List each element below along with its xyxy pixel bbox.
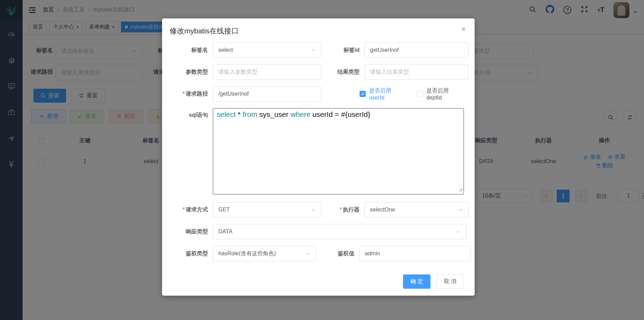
field-sql-label: sql语句 xyxy=(170,108,213,119)
auth-value-input[interactable]: admin xyxy=(359,246,471,261)
chevron-down-icon xyxy=(458,207,463,212)
param-type-input[interactable]: 请输入参数类型 xyxy=(213,64,321,80)
response-type-select[interactable]: DATA xyxy=(213,224,466,239)
executor-select[interactable]: selectOne xyxy=(364,202,469,217)
chevron-down-icon xyxy=(311,207,316,212)
field-request-path-label: *请求路径 xyxy=(170,90,213,98)
field-auth-value-label: 鉴权值 xyxy=(316,250,359,257)
result-type-input[interactable]: 请输入结果类型 xyxy=(364,64,469,80)
enable-userid-checkbox[interactable]: 是否启用userId xyxy=(360,87,406,101)
field-param-type-label: 参数类型 xyxy=(170,69,213,76)
edit-dialog: 修改mybatis在线接口 × 标签名 select 标签id getUserI… xyxy=(162,18,475,296)
resize-handle[interactable] xyxy=(459,185,463,193)
request-path-input[interactable]: /getUserInof xyxy=(213,86,321,102)
field-tag-id-label: 标签id xyxy=(321,47,364,54)
field-executor-label: *执行器 xyxy=(321,206,364,214)
auth-type-select[interactable]: hasRole(含有这些角色) xyxy=(213,246,316,261)
chevron-down-icon xyxy=(456,229,461,234)
dialog-title: 修改mybatis在线接口 xyxy=(170,26,464,36)
request-method-select[interactable]: GET xyxy=(213,202,321,217)
checkbox-unchecked-icon xyxy=(417,91,423,97)
field-request-method-label: *请求方式 xyxy=(170,206,213,214)
enable-deptid-checkbox[interactable]: 是否启用deptId xyxy=(417,87,464,101)
chevron-down-icon xyxy=(311,48,316,53)
tag-id-input[interactable]: getUserInof xyxy=(364,42,469,58)
close-icon[interactable]: × xyxy=(461,25,466,33)
field-result-type-label: 结果类型 xyxy=(321,69,364,76)
checkbox-checked-icon xyxy=(360,91,366,97)
sql-editor[interactable]: select * from sys_user where userId = #{… xyxy=(213,108,464,194)
cancel-button[interactable]: 取 消 xyxy=(436,274,464,289)
field-response-type-label: 响应类型 xyxy=(170,228,213,235)
tag-name-select[interactable]: select xyxy=(213,42,321,58)
field-tag-name-label: 标签名 xyxy=(170,47,213,54)
confirm-button[interactable]: 确 定 xyxy=(403,274,430,289)
field-auth-type-label: 鉴权类型 xyxy=(170,250,213,257)
chevron-down-icon xyxy=(306,251,311,256)
